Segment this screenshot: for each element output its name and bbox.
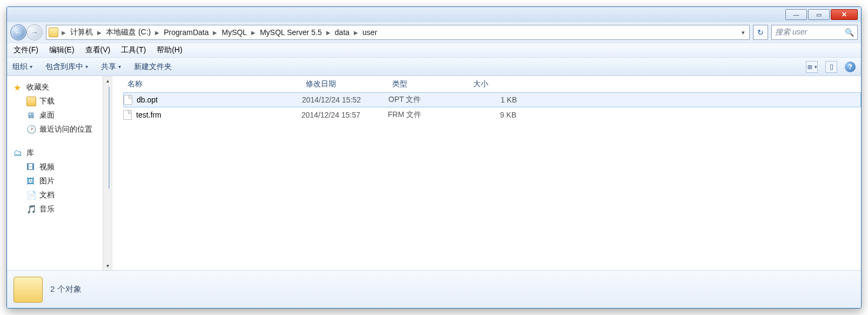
favorites-group: ★ 收藏夹 下载 🖥 桌面 🕑 最近访问的位置	[11, 80, 112, 136]
sidebar-desktop-label: 桌面	[39, 111, 55, 120]
search-icon: 🔍	[845, 28, 854, 37]
file-size: 9 KB	[469, 111, 523, 119]
column-size[interactable]: 大小	[469, 79, 523, 89]
breadcrumb-dropdown[interactable]: ▾	[742, 29, 747, 36]
libraries-group: 🗂 库 🎞 视频 🖼 图片 📄 文档 🎵 音乐	[11, 146, 112, 216]
folder-icon	[14, 277, 43, 303]
toolbar-share[interactable]: 共享 ▾	[101, 62, 121, 72]
search-input[interactable]: 搜索 user 🔍	[771, 25, 858, 40]
preview-pane-button[interactable]: ▯	[825, 61, 837, 73]
file-icon	[123, 110, 132, 120]
sidebar-libraries[interactable]: 🗂 库	[11, 146, 112, 160]
sidebar-downloads-label: 下载	[39, 97, 55, 106]
toolbar-organize[interactable]: 组织 ▾	[12, 62, 32, 72]
status-bar: 2 个对象	[7, 270, 861, 308]
sidebar-music-label: 音乐	[39, 204, 55, 214]
chevron-down-icon: ▾	[118, 64, 121, 70]
sidebar-videos-label: 视频	[39, 162, 55, 172]
column-date[interactable]: 修改日期	[301, 79, 388, 89]
bc-drive-c[interactable]: 本地磁盘 (C:)	[103, 25, 154, 39]
sidebar-music[interactable]: 🎵 音乐	[11, 202, 112, 216]
bc-computer[interactable]: 计算机	[67, 25, 96, 39]
sidebar: ★ 收藏夹 下载 🖥 桌面 🕑 最近访问的位置 🗂	[7, 76, 112, 270]
sidebar-favorites[interactable]: ★ 收藏夹	[11, 80, 112, 94]
chevron-down-icon: ▾	[85, 64, 88, 70]
sidebar-downloads[interactable]: 下载	[11, 94, 112, 108]
bc-mysql[interactable]: MySQL	[218, 25, 250, 39]
document-icon: 📄	[26, 190, 36, 200]
file-row[interactable]: test.frm 2014/12/24 15:57 FRM 文件 9 KB	[123, 107, 861, 122]
library-icon: 🗂	[14, 148, 23, 158]
sidebar-recent[interactable]: 🕑 最近访问的位置	[11, 122, 112, 136]
titlebar: — ▭ ✕	[7, 7, 861, 22]
search-placeholder: 搜索 user	[775, 28, 807, 37]
bc-data[interactable]: data	[332, 25, 353, 39]
chevron-right-icon: ▶	[353, 30, 359, 36]
forward-button[interactable]: →	[26, 24, 43, 40]
minimize-button[interactable]: —	[785, 9, 807, 20]
column-type[interactable]: 类型	[388, 79, 469, 89]
back-button[interactable]: ←	[10, 24, 26, 40]
nav-row: ← → ▶ 计算机 ▶ 本地磁盘 (C:) ▶ ProgramData ▶ My…	[7, 22, 861, 43]
recent-icon: 🕑	[26, 125, 36, 134]
body: ★ 收藏夹 下载 🖥 桌面 🕑 最近访问的位置 🗂	[7, 76, 861, 270]
sidebar-libraries-label: 库	[26, 148, 34, 158]
chevron-down-icon: ▾	[30, 64, 32, 70]
chevron-right-icon: ▶	[96, 30, 103, 36]
chevron-right-icon: ▶	[250, 30, 257, 36]
toolbar-newfolder-label: 新建文件夹	[134, 62, 172, 72]
toolbar-share-label: 共享	[101, 62, 116, 72]
scroll-up-icon[interactable]: ▴	[103, 76, 112, 85]
menu-tools[interactable]: 工具(T)	[119, 44, 148, 56]
video-icon: 🎞	[26, 162, 36, 172]
view-options-button[interactable]: ≣ ▾	[806, 61, 818, 73]
bc-user[interactable]: user	[359, 25, 380, 39]
sidebar-recent-label: 最近访问的位置	[39, 125, 92, 134]
explorer-window: — ▭ ✕ ← → ▶ 计算机 ▶ 本地磁盘 (C:) ▶ ProgramDat…	[6, 6, 862, 309]
scroll-thumb[interactable]	[109, 86, 110, 189]
sidebar-documents[interactable]: 📄 文档	[11, 188, 112, 202]
chevron-right-icon: ▶	[325, 30, 332, 36]
sidebar-pictures[interactable]: 🖼 图片	[11, 174, 112, 188]
sidebar-documents-label: 文档	[39, 190, 55, 200]
column-name[interactable]: 名称	[123, 79, 301, 89]
menu-file[interactable]: 文件(F)	[11, 44, 41, 56]
sidebar-videos[interactable]: 🎞 视频	[11, 160, 112, 174]
bc-programdata[interactable]: ProgramData	[160, 25, 212, 39]
file-size: 1 KB	[469, 95, 523, 104]
sidebar-favorites-label: 收藏夹	[26, 83, 49, 92]
column-headers: 名称 修改日期 类型 大小	[112, 76, 861, 92]
close-button[interactable]: ✕	[831, 9, 858, 20]
sidebar-desktop[interactable]: 🖥 桌面	[11, 108, 112, 122]
status-text: 2 个对象	[50, 284, 82, 295]
toolbar-organize-label: 组织	[12, 62, 28, 72]
scroll-down-icon[interactable]: ▾	[103, 261, 112, 270]
toolbar-newfolder[interactable]: 新建文件夹	[134, 62, 172, 72]
file-name: db.opt	[137, 95, 158, 104]
desktop-icon: 🖥	[26, 111, 36, 120]
folder-icon	[26, 97, 36, 106]
music-icon: 🎵	[26, 204, 36, 214]
menu-edit[interactable]: 编辑(E)	[47, 44, 77, 56]
file-row[interactable]: db.opt 2014/12/24 15:52 OPT 文件 1 KB	[123, 92, 861, 107]
help-button[interactable]: ?	[845, 61, 856, 72]
breadcrumb[interactable]: ▶ 计算机 ▶ 本地磁盘 (C:) ▶ ProgramData ▶ MySQL …	[46, 25, 750, 40]
chevron-right-icon: ▶	[212, 30, 218, 36]
menu-view[interactable]: 查看(V)	[83, 44, 113, 56]
nav-buttons: ← →	[10, 24, 43, 40]
menubar: 文件(F) 编辑(E) 查看(V) 工具(T) 帮助(H)	[7, 43, 861, 58]
toolbar-include[interactable]: 包含到库中 ▾	[45, 62, 88, 72]
sidebar-pictures-label: 图片	[39, 176, 55, 186]
menu-help[interactable]: 帮助(H)	[154, 44, 184, 56]
bc-mysql-server[interactable]: MySQL Server 5.5	[257, 25, 325, 39]
sidebar-scrollbar[interactable]: ▴ ▾	[103, 76, 112, 270]
picture-icon: 🖼	[26, 176, 36, 186]
file-type: FRM 文件	[388, 110, 469, 120]
star-icon: ★	[14, 83, 23, 92]
refresh-button[interactable]: ↻	[753, 25, 768, 40]
toolbar-include-label: 包含到库中	[45, 62, 83, 72]
maximize-button[interactable]: ▭	[808, 9, 830, 20]
file-type: OPT 文件	[388, 95, 469, 105]
chevron-right-icon: ▶	[60, 30, 67, 36]
file-date: 2014/12/24 15:52	[302, 95, 388, 104]
